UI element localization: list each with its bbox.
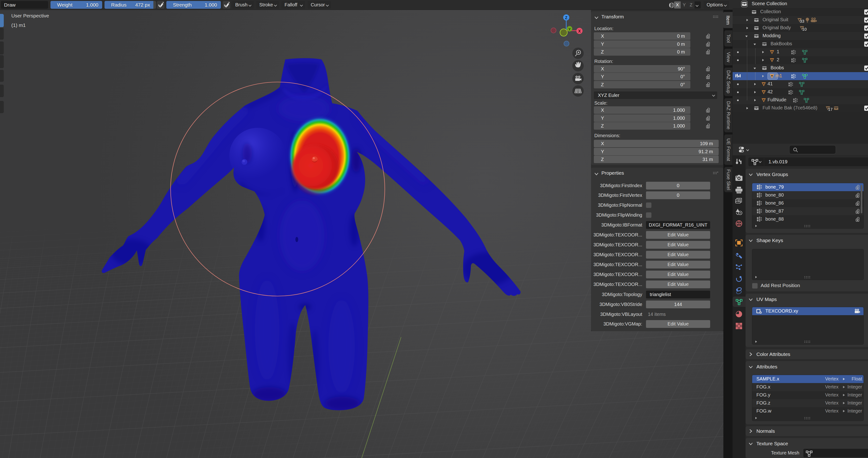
svg-text:X: X (578, 29, 581, 33)
svg-text:Z: Z (565, 16, 567, 20)
svg-text:Y: Y (568, 27, 571, 31)
